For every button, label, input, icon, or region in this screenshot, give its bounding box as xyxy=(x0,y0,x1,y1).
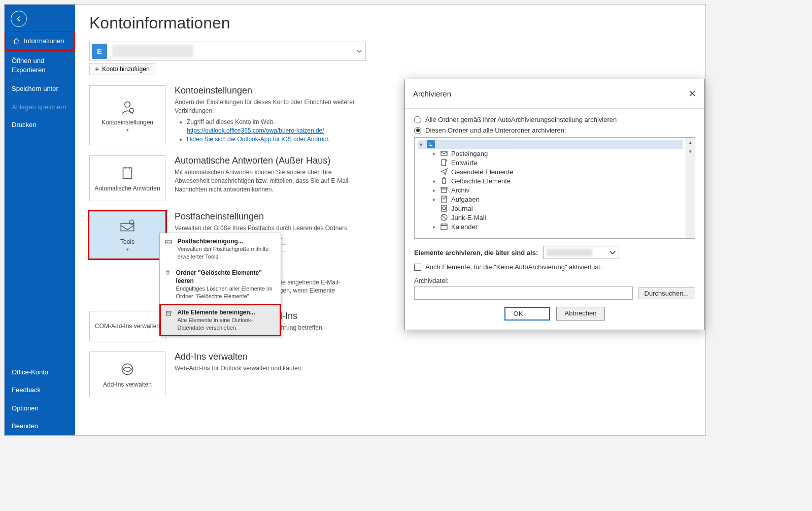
dialog-close-button[interactable] xyxy=(685,86,699,101)
tree-folder-sent[interactable]: Gesendete Elemente xyxy=(418,167,683,176)
expander-icon[interactable]: ▸ xyxy=(431,197,437,202)
expander-icon[interactable]: ▸ xyxy=(431,187,437,193)
svg-point-4 xyxy=(129,220,134,225)
tree-folder-junk[interactable]: Junk-E-Mail xyxy=(418,213,683,222)
folder-label: Gesendete Elemente xyxy=(451,168,513,176)
nav-label: Speichern unter xyxy=(12,85,58,93)
kontoeinstellungen-button[interactable]: Kontoeinstellungen ▾ xyxy=(89,85,165,145)
nav-oeffnen-exportieren[interactable]: Öffnen und Exportieren xyxy=(5,51,75,80)
nav-label: Anlagen speichern xyxy=(12,103,66,111)
folder-label: Kalender xyxy=(451,223,478,231)
menu-postfachbereinigung[interactable]: Postfachbereinigung...Verwalten der Post… xyxy=(160,233,281,265)
radio-auto-archive-all[interactable]: Alle Ordner gemäß ihrer AutoArchivierung… xyxy=(414,116,695,123)
radio-label: Diesen Ordner und alle Unterordner archi… xyxy=(425,126,566,134)
calendar-icon xyxy=(440,222,448,231)
include-no-autoarchive-checkbox[interactable]: Auch Elemente, für die "Keine AutoArchiv… xyxy=(414,263,695,271)
arrow-left-icon xyxy=(15,15,22,22)
radio-icon xyxy=(414,127,421,134)
nav-feedback[interactable]: Feedback xyxy=(5,381,75,399)
archive-date-input[interactable] xyxy=(543,246,619,259)
draft-icon xyxy=(440,158,448,167)
junk-icon xyxy=(440,213,448,221)
nav-label: Informationen xyxy=(24,37,64,45)
btn-label: Automatische Antworten xyxy=(94,185,160,192)
tree-folder-journal[interactable]: Journal xyxy=(418,204,683,213)
btn-label: COM-Add-Ins verwalten xyxy=(95,323,160,330)
expander-icon[interactable]: ▸ xyxy=(431,151,437,156)
folder-label: Junk-E-Mail xyxy=(451,214,486,221)
expander-icon[interactable]: ▸ xyxy=(431,224,437,230)
tools-button[interactable]: Tools ▾ xyxy=(89,211,165,259)
section-desc: Ändern der Einstellungen für dieses Kont… xyxy=(175,98,357,115)
svg-rect-12 xyxy=(442,189,447,193)
nav-beenden[interactable]: Beenden xyxy=(5,417,75,435)
com-addins-verwalten-button[interactable]: COM-Add-Ins verwalten xyxy=(89,311,165,341)
nav-label: Feedback xyxy=(12,386,41,394)
nav-speichern-unter[interactable]: Speichern unter xyxy=(5,80,75,98)
back-button[interactable] xyxy=(11,11,27,27)
dialog-title: Archivieren xyxy=(413,89,451,98)
tree-folder-archive[interactable]: ▸Archiv xyxy=(418,185,683,195)
nav-drucken[interactable]: Drucken xyxy=(5,116,75,134)
home-icon xyxy=(13,38,20,45)
radio-this-folder[interactable]: Diesen Ordner und alle Unterordner archi… xyxy=(414,126,695,134)
tree-folder-tasks[interactable]: ▸Aufgaben xyxy=(418,195,683,204)
svg-rect-9 xyxy=(441,151,447,155)
nav-informationen[interactable]: Informationen xyxy=(5,31,75,51)
nav-label: Optionen xyxy=(12,404,39,412)
nav-optionen[interactable]: Optionen xyxy=(5,399,75,418)
svg-rect-13 xyxy=(442,196,447,202)
journal-icon xyxy=(440,204,448,212)
nav-label: Office-Konto xyxy=(12,368,48,376)
expander-icon[interactable]: ▾ xyxy=(418,142,424,147)
ok-button[interactable]: OK xyxy=(504,307,550,321)
archive-file-input[interactable] xyxy=(414,286,633,300)
folder-label: Archiv xyxy=(451,186,469,194)
folder-label: Entwürfe xyxy=(451,159,477,167)
svg-point-15 xyxy=(443,207,446,210)
nav-label: Öffnen und Exportieren xyxy=(12,56,68,75)
svg-rect-8 xyxy=(166,313,171,315)
checkbox-icon xyxy=(414,264,421,271)
add-account-label: Konto hinzufügen xyxy=(102,66,149,73)
tree-root-account[interactable]: ▾ E xyxy=(418,140,683,149)
scroll-down-icon[interactable]: ▾ xyxy=(686,147,695,156)
dialog-titlebar: Archivieren xyxy=(405,79,704,109)
menu-desc: Alte Elemente in eine Outlook-Datendatei… xyxy=(177,317,253,331)
tree-folder-calendar[interactable]: ▸Kalender xyxy=(418,222,683,231)
trash-icon xyxy=(165,269,171,300)
archive-icon xyxy=(440,186,448,194)
svg-rect-17 xyxy=(441,224,447,230)
menu-alte-elemente-bereinigen[interactable]: Alte Elemente bereinigen...Alte Elemente… xyxy=(160,304,281,336)
mobile-app-link[interactable]: Holen Sie sich die Outlook-App für iOS o… xyxy=(187,136,329,143)
exchange-icon: E xyxy=(92,44,107,59)
account-selector[interactable]: E xyxy=(89,42,366,61)
chevron-down-icon: ▾ xyxy=(126,247,129,252)
tree-scrollbar[interactable]: ▴ ▾ xyxy=(686,138,695,238)
chevron-down-icon: ▾ xyxy=(126,127,129,133)
tree-folder-mail[interactable]: ▸Posteingang xyxy=(418,149,683,158)
folder-label: Gelöschte Elemente xyxy=(451,177,511,185)
cancel-button[interactable]: Abbrechen xyxy=(556,307,605,321)
tools-icon xyxy=(119,218,136,235)
addins-icon xyxy=(119,361,136,378)
automatische-antworten-button[interactable]: Automatische Antworten xyxy=(89,155,165,201)
browse-button[interactable]: Durchsuchen... xyxy=(638,288,695,299)
addins-verwalten-button[interactable]: Add-Ins verwalten xyxy=(89,352,165,397)
svg-point-1 xyxy=(129,108,134,113)
radio-icon xyxy=(414,116,421,123)
nav-office-konto[interactable]: Office-Konto xyxy=(5,363,75,381)
svg-rect-2 xyxy=(123,168,132,178)
chevron-down-icon xyxy=(356,47,362,53)
exchange-icon: E xyxy=(427,140,435,148)
cleanup-icon xyxy=(165,237,173,261)
add-account-button[interactable]: + Konto hinzufügen xyxy=(89,63,155,75)
menu-title: Ordner "Gelöschte Elemente" leeren xyxy=(176,269,276,285)
expander-icon[interactable]: ▸ xyxy=(431,178,437,184)
tree-folder-trash[interactable]: ▸Gelöschte Elemente xyxy=(418,176,683,185)
date-label: Elemente archivieren, die älter sind als… xyxy=(414,249,538,257)
menu-geloeschte-leeren[interactable]: Ordner "Gelöschte Elemente" leerenEndgül… xyxy=(160,265,281,304)
owa-link[interactable]: https://outlook.office365.com/owa/buero-… xyxy=(187,127,324,134)
scroll-up-icon[interactable]: ▴ xyxy=(686,138,695,147)
tree-folder-draft[interactable]: Entwürfe xyxy=(418,158,683,167)
